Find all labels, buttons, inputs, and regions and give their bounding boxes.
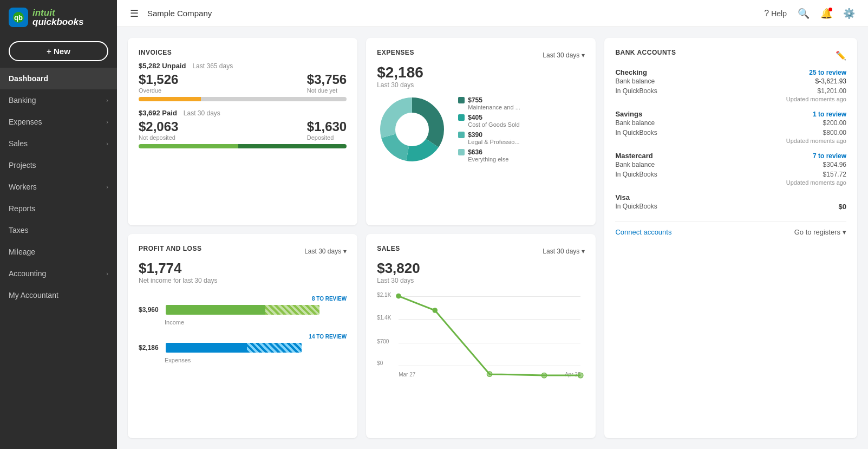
chevron-down-icon: ▾ [843,228,846,236]
overdue-bar [139,97,201,101]
settings-icon[interactable]: ⚙️ [843,8,855,19]
legend-color-legal [458,132,465,138]
edit-bank-icon[interactable]: ✏️ [836,50,846,61]
expenses-total: $2,186 [377,64,585,81]
not-due-block: $3,756 Not due yet [307,72,347,94]
chevron-down-icon: ▾ [582,51,585,59]
checking-review[interactable]: 25 to review [809,69,846,76]
legend-color-maintenance [458,97,465,103]
unpaid-period: Last 365 days [192,62,233,70]
overdue-label: Overdue [139,87,178,94]
legend-item-maintenance: $755 Maintenance and ... [458,96,520,110]
bank-accounts-header: BANK ACCOUNTS ✏️ [615,49,846,62]
chevron-right-icon: › [106,97,108,103]
sales-period-selector[interactable]: Last 30 days ▾ [543,248,585,255]
savings-updated: Updated moments ago [615,138,846,144]
expenses-solid-bar [166,343,247,353]
bank-footer: Connect accounts Go to registers ▾ [615,221,846,236]
nav-item-expenses[interactable]: Expenses › [0,111,117,133]
mastercard-bank-balance-label: Bank balance [615,160,655,170]
expenses-title: EXPENSES [377,49,414,56]
not-due-amount: $3,756 [307,72,347,87]
main-content: ☰ Sample Company ? Help 🔍 🔔 ⚙️ INVOICES … [117,0,868,449]
pl-title: PROFIT AND LOSS [139,245,201,252]
chevron-down-icon: ▾ [343,248,347,255]
chevron-right-icon: › [106,140,108,147]
nav-item-banking[interactable]: Banking › [0,89,117,111]
new-button[interactable]: + New [9,41,108,61]
nav-item-my-accountant[interactable]: My Accountant [0,284,117,306]
checking-bank-balance: $-3,621.93 [815,76,846,86]
expenses-hatched-bar [247,343,301,353]
quickbooks-wordmark: intuit quickbooks [32,8,108,27]
go-to-registers-link[interactable]: Go to registers ▾ [794,228,846,236]
bank-savings: Savings 1 to review Bank balance $200.00… [615,110,846,144]
not-due-label: Not due yet [307,87,347,94]
expenses-card: EXPENSES Last 30 days ▾ $2,186 Last 30 d… [366,38,596,225]
expenses-chart-area: $755 Maintenance and ... $405 Cost of Go… [377,94,585,165]
connect-accounts-link[interactable]: Connect accounts [615,228,671,236]
nav-item-reports[interactable]: Reports [0,198,117,219]
quickbooks-logo: qb [9,8,28,27]
y-label-2: $1.4K [377,315,391,321]
mastercard-qb-balance: $157.72 [823,170,846,179]
pl-header: PROFIT AND LOSS Last 30 days ▾ [139,245,347,258]
unpaid-row: $5,282 Unpaid Last 365 days [139,62,347,70]
nav-item-projects[interactable]: Projects [0,154,117,176]
expenses-review-badge[interactable]: 14 TO REVIEW [309,334,347,340]
income-hatched-bar [265,305,319,315]
legend-color-cogs [458,114,465,121]
savings-name: Savings [615,110,642,118]
help-button[interactable]: ? Help [764,9,787,18]
deposited-block: $1,630 Deposited [307,119,347,141]
profit-loss-card: PROFIT AND LOSS Last 30 days ▾ $1,774 Ne… [128,234,357,438]
not-deposited-amount: $2,063 [139,119,178,134]
bank-accounts-card: BANK ACCOUNTS ✏️ Checking 25 to review B… [604,38,857,438]
mastercard-review[interactable]: 7 to review [813,152,846,160]
pl-bars: 8 TO REVIEW $3,960 Income 14 TO REVIEW [139,293,347,363]
nav-item-dashboard[interactable]: Dashboard [0,68,117,89]
pl-period-selector[interactable]: Last 30 days ▾ [304,248,347,255]
bank-mastercard: Mastercard 7 to review Bank balance $304… [615,152,846,186]
checking-updated: Updated moments ago [615,96,846,102]
notifications-icon[interactable]: 🔔 [820,8,832,19]
sidebar: qb intuit quickbooks + New Dashboard Ban… [0,0,117,449]
topbar-right: ? Help 🔍 🔔 ⚙️ [764,8,855,19]
expenses-period-selector[interactable]: Last 30 days ▾ [543,51,585,59]
svg-point-11 [578,373,584,378]
sales-line-chart [399,291,580,383]
income-review-badge[interactable]: 8 TO REVIEW [312,296,347,302]
legend-item-legal: $390 Legal & Professio... [458,131,520,145]
svg-point-10 [541,373,547,378]
legend-item-cogs: $405 Cost of Goods Sold [458,114,520,128]
paid-amounts: $2,063 Not deposited $1,630 Deposited [139,119,347,141]
income-bar-row: $3,960 [139,305,347,315]
company-name: Sample Company [147,9,212,18]
expenses-legend: $755 Maintenance and ... $405 Cost of Go… [458,96,520,162]
not-deposited-bar [139,144,238,148]
not-deposited-label: Not deposited [139,134,178,141]
income-value: $3,960 [139,306,161,314]
nav-item-taxes[interactable]: Taxes [0,219,117,241]
sales-title: SALES [377,245,400,252]
menu-icon[interactable]: ☰ [130,8,139,19]
nav-item-mileage[interactable]: Mileage [0,241,117,263]
sales-card: SALES Last 30 days ▾ $3,820 Last 30 days… [366,234,596,438]
checking-qb-balance: $1,201.00 [818,86,846,96]
chevron-right-icon: › [106,270,108,277]
main-nav: Dashboard Banking › Expenses › Sales › P… [0,68,117,306]
question-icon: ? [764,9,769,18]
deposited-label: Deposited [307,134,347,141]
savings-review[interactable]: 1 to review [813,110,846,118]
search-icon[interactable]: 🔍 [798,8,810,19]
income-solid-bar [166,305,265,315]
checking-qb-label: In QuickBooks [615,86,657,96]
svg-point-7 [396,294,401,299]
nav-item-sales[interactable]: Sales › [0,133,117,154]
svg-point-8 [433,308,438,313]
chevron-right-icon: › [106,119,108,125]
savings-bank-balance-label: Bank balance [615,118,655,128]
nav-item-accounting[interactable]: Accounting › [0,263,117,284]
mastercard-qb-label: In QuickBooks [615,170,657,179]
nav-item-workers[interactable]: Workers › [0,176,117,198]
